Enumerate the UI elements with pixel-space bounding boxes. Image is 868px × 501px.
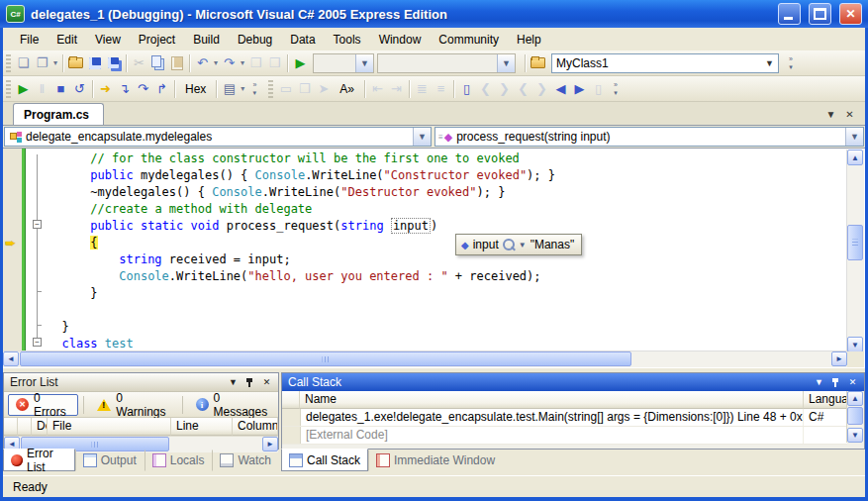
save-icon[interactable] bbox=[85, 53, 104, 72]
add-new-item-icon[interactable]: ❐ bbox=[33, 53, 51, 72]
scroll-up-button[interactable]: ▲ bbox=[847, 150, 863, 165]
menu-window[interactable]: Window bbox=[370, 30, 431, 50]
scroll-down-button[interactable]: ▼ bbox=[847, 337, 863, 352]
close-button[interactable] bbox=[839, 3, 862, 25]
class-name-combo[interactable]: MyClass1 ▼ bbox=[551, 53, 779, 73]
navigate-backward-icon[interactable]: ❒ bbox=[246, 53, 265, 72]
pan-icon[interactable]: ❒ bbox=[295, 79, 314, 98]
menu-file[interactable]: File bbox=[11, 30, 48, 50]
menu-project[interactable]: Project bbox=[130, 30, 184, 50]
start-debugging-icon[interactable]: ▶ bbox=[291, 53, 310, 72]
previous-bookmark-in-document-icon[interactable]: ◀ bbox=[551, 79, 570, 98]
clear-bookmarks-icon[interactable]: ▯ bbox=[589, 79, 608, 98]
solution-config-combo[interactable]: ▼ bbox=[313, 53, 374, 73]
step-over-icon[interactable]: ↷ bbox=[134, 79, 152, 98]
toolbar-overflow-button[interactable]: »▾ bbox=[248, 79, 260, 99]
scroll-thumb[interactable] bbox=[847, 407, 863, 425]
find-in-files-icon[interactable] bbox=[529, 53, 547, 72]
column-header-description[interactable]: Description bbox=[32, 418, 48, 436]
minimize-button[interactable] bbox=[778, 3, 801, 25]
bottom-tab-output[interactable]: Output bbox=[75, 450, 145, 471]
chevron-down-icon[interactable]: ▼ bbox=[355, 54, 373, 72]
close-document-button[interactable]: ✕ bbox=[842, 107, 857, 121]
collapse-region-button[interactable]: − bbox=[33, 338, 42, 347]
menu-build[interactable]: Build bbox=[184, 30, 229, 50]
increase-indent-icon[interactable]: ⇥ bbox=[387, 79, 406, 98]
code-editor[interactable]: ➨ − − // for the class constructor will … bbox=[3, 148, 865, 368]
auto-hide-pin-button[interactable] bbox=[828, 375, 843, 389]
toolbar-grip[interactable] bbox=[6, 80, 11, 98]
show-next-statement-icon[interactable]: ➜ bbox=[96, 79, 115, 98]
bottom-tab-watch[interactable]: Watch bbox=[212, 450, 279, 471]
platform-combo[interactable]: ▼ bbox=[377, 53, 516, 73]
stop-debugging-icon[interactable]: ■ bbox=[51, 79, 70, 98]
chevron-down-icon[interactable]: ▼ bbox=[497, 54, 515, 72]
decrease-indent-icon[interactable]: ⇤ bbox=[368, 79, 387, 98]
uncomment-icon[interactable]: ≡ bbox=[432, 79, 450, 98]
code-text-area[interactable]: // for the class constructor will be the… bbox=[48, 150, 847, 352]
column-header[interactable] bbox=[18, 418, 32, 436]
scroll-up-button[interactable]: ▲ bbox=[847, 391, 863, 406]
bottom-tab-error-list[interactable]: Error List bbox=[3, 449, 75, 471]
chevron-down-icon[interactable]: ▼ bbox=[519, 241, 527, 250]
outlining-margin[interactable]: − − bbox=[26, 149, 48, 352]
chevron-down-icon[interactable]: ▼ bbox=[413, 128, 431, 146]
menu-view[interactable]: View bbox=[86, 30, 130, 50]
warning-count-button[interactable]: 0 Warnings bbox=[89, 394, 176, 416]
column-header-name[interactable]: Name bbox=[300, 391, 804, 409]
magnifier-icon[interactable] bbox=[503, 239, 515, 250]
toolbar-grip[interactable] bbox=[6, 54, 11, 72]
comment-out-icon[interactable]: ≣ bbox=[413, 79, 432, 98]
menu-tools[interactable]: Tools bbox=[325, 30, 370, 50]
auto-hide-pin-button[interactable] bbox=[242, 375, 257, 389]
resize-grip[interactable] bbox=[850, 481, 863, 494]
call-stack-titlebar[interactable]: Call Stack ▼ ✕ bbox=[282, 373, 864, 391]
collapse-region-button[interactable]: − bbox=[33, 220, 42, 229]
scroll-thumb[interactable] bbox=[20, 351, 631, 366]
break-all-icon[interactable]: ‖ bbox=[33, 79, 51, 98]
select-objects-icon[interactable]: ▭ bbox=[276, 79, 295, 98]
editor-horizontal-scrollbar[interactable]: ◄ ► bbox=[3, 351, 847, 367]
types-combo[interactable]: delegate_encapsulate.mydelegales ▼ bbox=[4, 127, 432, 147]
next-bookmark-icon[interactable]: ❯ bbox=[495, 79, 514, 98]
menu-data[interactable]: Data bbox=[281, 30, 324, 50]
stack-frame-row[interactable]: [External Code] bbox=[282, 427, 847, 445]
column-header-language[interactable]: Language bbox=[804, 391, 847, 409]
redo-dropdown[interactable]: ▾ bbox=[239, 58, 246, 67]
next-bookmark-in-document-icon[interactable]: ▶ bbox=[570, 79, 589, 98]
window-position-menu-button[interactable]: ▼ bbox=[226, 375, 241, 389]
undo-icon[interactable]: ↶ bbox=[193, 53, 212, 72]
redo-icon[interactable]: ↷ bbox=[220, 53, 239, 72]
cut-icon[interactable]: ✂ bbox=[130, 53, 148, 72]
breakpoint-margin[interactable]: ➨ bbox=[3, 149, 23, 352]
call-stack-vertical-scrollbar[interactable]: ▲ ▼ bbox=[846, 391, 864, 443]
bottom-tab-locals[interactable]: Locals bbox=[145, 450, 213, 471]
menu-help[interactable]: Help bbox=[508, 30, 550, 50]
column-header-line[interactable]: Line bbox=[171, 418, 233, 436]
previous-bookmark-icon[interactable]: ❮ bbox=[476, 79, 495, 98]
scroll-right-button[interactable]: ► bbox=[831, 351, 847, 366]
pointer-icon[interactable]: ➤ bbox=[314, 79, 333, 98]
column-header-column[interactable]: Column bbox=[233, 418, 278, 436]
previous-bookmark-in-folder-icon[interactable]: ❮ bbox=[514, 79, 532, 98]
step-into-icon[interactable]: ↴ bbox=[115, 79, 134, 98]
scroll-left-button[interactable]: ◄ bbox=[3, 351, 19, 366]
menu-debug[interactable]: Debug bbox=[229, 30, 281, 50]
close-panel-button[interactable]: ✕ bbox=[259, 375, 274, 389]
continue-icon[interactable]: ▶ bbox=[14, 79, 33, 98]
hex-button[interactable]: Hex bbox=[178, 80, 213, 98]
column-header-file[interactable]: File bbox=[48, 418, 171, 436]
undo-dropdown[interactable]: ▾ bbox=[212, 58, 220, 67]
column-header[interactable] bbox=[4, 418, 18, 436]
maximize-button[interactable] bbox=[809, 3, 831, 25]
navigate-forward-icon[interactable]: ❒ bbox=[265, 53, 284, 72]
editor-vertical-scrollbar[interactable]: ▲ ▼ bbox=[846, 150, 864, 352]
datatip[interactable]: ◆ input ▼ "Manas" bbox=[455, 234, 582, 255]
toggle-bookmark-icon[interactable]: ▯ bbox=[457, 79, 476, 98]
toolbar-grip[interactable] bbox=[268, 80, 273, 98]
error-count-button[interactable]: ✕0 Errors bbox=[8, 394, 78, 416]
menu-edit[interactable]: Edit bbox=[48, 30, 86, 50]
document-list-dropdown-button[interactable]: ▼ bbox=[823, 107, 838, 121]
window-position-menu-button[interactable]: ▼ bbox=[812, 375, 826, 389]
new-project-icon[interactable]: ❏ bbox=[14, 53, 33, 72]
